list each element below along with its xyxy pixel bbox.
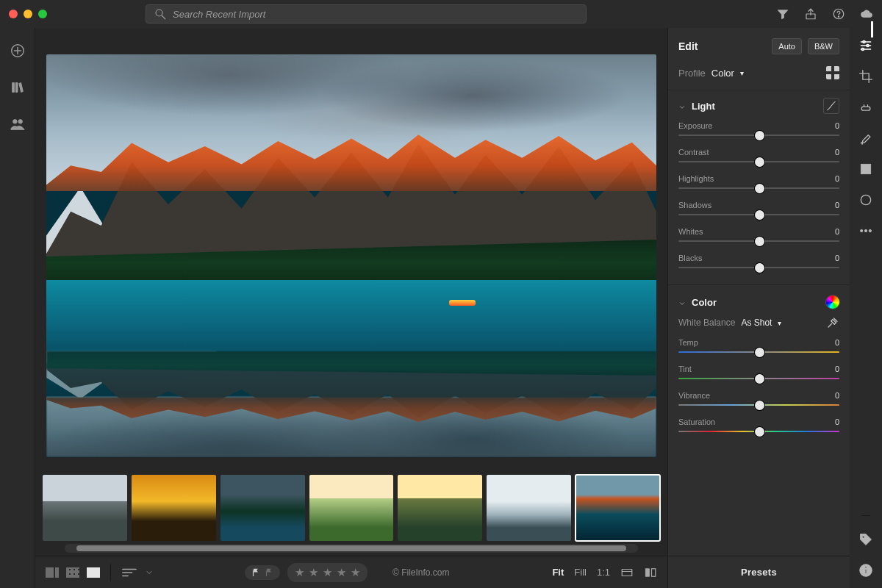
slider-knob[interactable] <box>755 401 764 410</box>
zoom-1to1[interactable]: 1:1 <box>597 567 610 578</box>
rating-control[interactable]: ★ ★ ★ ★ ★ <box>287 563 368 582</box>
library-icon[interactable] <box>10 79 26 96</box>
color-section: Color White Balance As Shot ▾ Temp0Tint0… <box>668 288 850 445</box>
svg-rect-22 <box>861 107 870 110</box>
slider-value: 0 <box>835 338 839 347</box>
slider-shadows[interactable]: Shadows0 <box>678 198 839 224</box>
radial-gradient-icon[interactable] <box>858 193 873 207</box>
white-balance-label: White Balance <box>678 318 735 328</box>
svg-rect-25 <box>861 164 870 173</box>
slider-contrast[interactable]: Contrast0 <box>678 145 839 171</box>
slider-knob[interactable] <box>755 237 764 246</box>
canvas-area <box>35 28 667 475</box>
filmstrip-thumb[interactable] <box>487 475 571 541</box>
star-icon[interactable]: ★ <box>323 566 332 579</box>
presets-button[interactable]: Presets <box>668 556 850 588</box>
chevron-down-icon[interactable] <box>145 568 154 577</box>
slider-temp[interactable]: Temp0 <box>678 335 839 362</box>
window-close-button[interactable] <box>9 10 18 18</box>
filmstrip-thumb[interactable] <box>43 475 127 541</box>
star-icon[interactable]: ★ <box>295 566 304 579</box>
linear-gradient-icon[interactable] <box>858 162 873 176</box>
crop-icon[interactable] <box>858 69 873 84</box>
slider-label: Blacks <box>678 254 702 262</box>
chevron-down-icon[interactable] <box>678 102 686 110</box>
star-icon[interactable]: ★ <box>337 566 346 579</box>
slider-knob[interactable] <box>755 374 764 384</box>
zoom-fill[interactable]: Fill <box>574 567 587 578</box>
tone-curve-icon[interactable] <box>823 98 839 114</box>
people-icon[interactable] <box>10 116 26 132</box>
search-field[interactable]: Search Recent Import <box>146 4 587 24</box>
chevron-down-icon[interactable]: ▾ <box>740 69 744 77</box>
copyright-text: © FileInfo.com <box>392 567 450 578</box>
star-icon[interactable]: ★ <box>309 566 318 579</box>
svg-point-26 <box>861 195 870 204</box>
slider-knob[interactable] <box>755 263 764 273</box>
cloud-sync-icon[interactable] <box>860 7 873 21</box>
slider-saturation[interactable]: Saturation0 <box>678 415 839 441</box>
flag-controls[interactable] <box>245 565 280 580</box>
slider-knob[interactable] <box>755 157 764 167</box>
chevron-down-icon[interactable]: ▾ <box>778 319 781 327</box>
zoom-fit[interactable]: Fit <box>552 567 564 578</box>
left-nav <box>0 28 35 588</box>
filter-icon[interactable] <box>776 7 789 21</box>
window-minimize-button[interactable] <box>24 10 32 18</box>
slider-label: Vibrance <box>678 391 710 400</box>
filmstrip-thumb[interactable] <box>309 475 394 541</box>
svg-point-28 <box>864 229 867 232</box>
slider-blacks[interactable]: Blacks0 <box>678 251 839 277</box>
slider-knob[interactable] <box>755 210 764 220</box>
profile-value[interactable]: Color <box>711 68 734 79</box>
sort-icon[interactable] <box>121 567 137 578</box>
filmstrip-scrollbar[interactable] <box>65 544 638 553</box>
profile-browser-icon[interactable] <box>826 66 839 79</box>
view-grid-button[interactable] <box>66 567 79 578</box>
star-icon[interactable]: ★ <box>351 566 360 579</box>
help-icon[interactable] <box>832 7 845 21</box>
view-single-button[interactable] <box>87 567 100 578</box>
view-detail-button[interactable] <box>46 567 59 578</box>
white-balance-value[interactable]: As Shot <box>741 318 772 328</box>
slider-whites[interactable]: Whites0 <box>678 224 839 251</box>
slider-tint[interactable]: Tint0 <box>678 362 839 388</box>
brush-icon[interactable] <box>858 131 873 146</box>
slider-knob[interactable] <box>755 131 764 140</box>
slider-knob[interactable] <box>755 427 764 437</box>
window-zoom-button[interactable] <box>38 10 47 18</box>
slider-label: Contrast <box>678 148 709 157</box>
keywords-tag-icon[interactable] <box>858 532 873 547</box>
edit-panel: Edit Auto B&W Profile Color ▾ Light <box>667 28 850 588</box>
slider-value: 0 <box>835 254 839 262</box>
slider-label: Highlights <box>678 174 714 183</box>
bw-button[interactable]: B&W <box>808 38 839 54</box>
slider-label: Tint <box>678 365 692 373</box>
color-mixer-icon[interactable] <box>826 295 839 309</box>
more-icon[interactable] <box>858 223 873 238</box>
photo-canvas[interactable] <box>46 54 656 457</box>
auto-button[interactable]: Auto <box>772 38 802 54</box>
slider-value: 0 <box>835 417 839 426</box>
slider-knob[interactable] <box>755 348 764 357</box>
eyedropper-icon[interactable] <box>826 316 839 329</box>
filmstrip-thumb[interactable] <box>132 475 216 541</box>
show-original-icon[interactable] <box>620 566 634 579</box>
filmstrip-thumb[interactable] <box>398 475 482 541</box>
slider-vibrance[interactable]: Vibrance0 <box>678 388 839 415</box>
slider-knob[interactable] <box>755 184 764 193</box>
info-icon[interactable] <box>858 563 873 578</box>
slider-value: 0 <box>835 121 839 130</box>
edit-sliders-icon[interactable] <box>858 38 873 53</box>
filmstrip-thumb[interactable] <box>220 475 305 541</box>
add-photos-icon[interactable] <box>10 43 26 59</box>
slider-exposure[interactable]: Exposure0 <box>678 118 839 145</box>
chevron-down-icon[interactable] <box>678 298 686 306</box>
compare-icon[interactable] <box>644 566 657 579</box>
healing-brush-icon[interactable] <box>858 100 873 115</box>
presets-label: Presets <box>741 567 777 578</box>
share-icon[interactable] <box>804 7 817 21</box>
filmstrip-thumb-selected[interactable] <box>576 475 660 541</box>
slider-highlights[interactable]: Highlights0 <box>678 171 839 198</box>
svg-point-29 <box>869 229 871 232</box>
